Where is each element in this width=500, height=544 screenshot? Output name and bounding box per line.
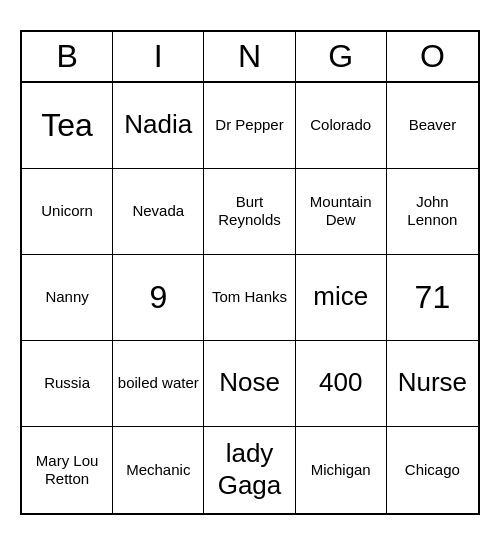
header-letter: O (387, 32, 478, 81)
bingo-cell: 400 (296, 341, 387, 427)
bingo-cell: Russia (22, 341, 113, 427)
bingo-cell: mice (296, 255, 387, 341)
bingo-cell: John Lennon (387, 169, 478, 255)
bingo-cell: Mountain Dew (296, 169, 387, 255)
bingo-cell: Dr Pepper (204, 83, 295, 169)
bingo-card: BINGO TeaNadiaDr PepperColoradoBeaverUni… (20, 30, 480, 515)
bingo-cell: Nose (204, 341, 295, 427)
bingo-cell: Nanny (22, 255, 113, 341)
bingo-grid: TeaNadiaDr PepperColoradoBeaverUnicornNe… (22, 83, 478, 513)
bingo-cell: Tom Hanks (204, 255, 295, 341)
bingo-cell: Nurse (387, 341, 478, 427)
bingo-cell: lady Gaga (204, 427, 295, 513)
bingo-cell: 71 (387, 255, 478, 341)
bingo-cell: boiled water (113, 341, 204, 427)
header-letter: I (113, 32, 204, 81)
bingo-cell: Beaver (387, 83, 478, 169)
header-letter: N (204, 32, 295, 81)
bingo-cell: Mechanic (113, 427, 204, 513)
bingo-cell: Unicorn (22, 169, 113, 255)
bingo-cell: Michigan (296, 427, 387, 513)
bingo-cell: Colorado (296, 83, 387, 169)
bingo-cell: Mary Lou Retton (22, 427, 113, 513)
bingo-cell: Nevada (113, 169, 204, 255)
bingo-cell: Tea (22, 83, 113, 169)
bingo-header: BINGO (22, 32, 478, 83)
header-letter: G (296, 32, 387, 81)
header-letter: B (22, 32, 113, 81)
bingo-cell: Chicago (387, 427, 478, 513)
bingo-cell: 9 (113, 255, 204, 341)
bingo-cell: Burt Reynolds (204, 169, 295, 255)
bingo-cell: Nadia (113, 83, 204, 169)
